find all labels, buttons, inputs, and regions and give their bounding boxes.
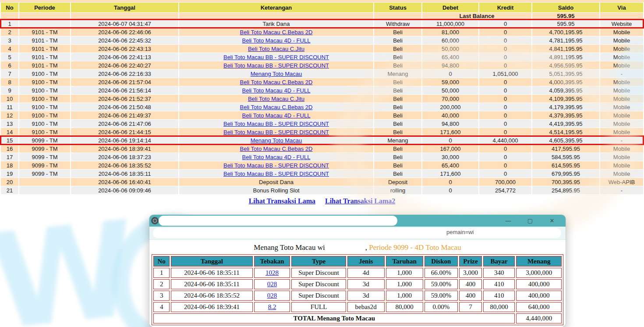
cell-no: 16 <box>1 145 18 153</box>
keterangan-link[interactable]: Beli Toto Macau 4D - FULL <box>242 154 311 160</box>
tebakan-link[interactable]: 028 <box>267 281 277 288</box>
bet-column-header-menang: Menang <box>516 256 562 267</box>
cell-no: 14 <box>1 128 18 136</box>
cell-debet: 40,000 <box>422 111 478 119</box>
keterangan-link[interactable]: Beli Toto Macau BB - SUPER DISCOUNT <box>223 62 329 69</box>
table-row: 12024-06-07 04:31:47Tarik DanaWithdraw11… <box>1 20 643 28</box>
old-transactions-link[interactable]: Lihat Transaksi Lama <box>249 197 315 205</box>
cell-tanggal: 2024-06-06 18:35:11 <box>71 170 178 178</box>
bet-cell-tanggal: 2024-06-06 18:39:41 <box>171 302 252 312</box>
cell-kredit: 0 <box>479 120 531 128</box>
cell-tanggal: 2024-06-06 21:47:06 <box>71 120 178 128</box>
keterangan-link[interactable]: Menang Toto Macau <box>251 137 302 144</box>
cell-keterangan: Menang Toto Macau <box>179 136 373 144</box>
bet-cell-diskon: 59.00% <box>425 279 458 289</box>
transactions-body: Last Balance 595.95 12024-06-07 04:31:47… <box>1 13 643 194</box>
winning-bets-table: NoTanggalTebakanTypeJenisTaruhanDiskonPr… <box>152 254 563 325</box>
bet-cell-bayar: 410 <box>483 291 515 301</box>
column-header-keterangan: Keterangan <box>179 3 373 12</box>
bets-total-row: TOTAL Menang Toto Macau 4,440,000 <box>153 313 562 323</box>
keterangan-link[interactable]: Beli Toto Macau C.Bebas 2D <box>240 79 313 85</box>
cell-status: Withdraw <box>374 20 421 28</box>
bet-cell-menang: 640,000 <box>516 302 562 312</box>
cell-tanggal: 2024-06-06 09:09:46 <box>71 186 178 194</box>
keterangan-link[interactable]: Beli Toto Macau C.Bebas 2D <box>240 146 313 152</box>
column-header-no: No <box>1 3 18 12</box>
cell-no: 6 <box>1 61 18 69</box>
cell-periode: 9100 - TM <box>19 111 70 119</box>
cell-status: Beli <box>374 28 421 36</box>
maximize-icon[interactable]: ▢ <box>519 215 541 227</box>
tebakan-link[interactable]: 028 <box>267 292 277 299</box>
keterangan-link[interactable]: Beli Toto Macau C.Bebas 2D <box>240 29 313 36</box>
cell-kredit: 0 <box>479 36 531 44</box>
cell-status: Beli <box>374 145 421 153</box>
table-row: 202024-06-06 16:40:41Deposit DanaDeposit… <box>1 178 643 186</box>
keterangan-link[interactable]: Beli Toto Macau BB - SUPER DISCOUNT <box>223 54 329 60</box>
cell-kredit: 0 <box>479 86 531 94</box>
cell-tanggal: 2024-06-06 22:41:13 <box>71 53 178 61</box>
cell-periode <box>19 20 70 28</box>
keterangan-link[interactable]: Beli Toto Macau 4D - FULL <box>242 37 311 44</box>
cell-periode: 9100 - TM <box>19 86 70 94</box>
bet-cell-tebakan: 1028 <box>254 268 290 278</box>
tebakan-link[interactable]: 1028 <box>265 269 279 276</box>
keterangan-link[interactable]: Beli Toto Macau BB - SUPER DISCOUNT <box>223 171 329 177</box>
bet-cell-prize: 7 <box>459 302 482 312</box>
cell-saldo: 4,419,395.95 <box>532 120 599 128</box>
cell-keterangan: Beli Toto Macau C.Bebas 2D <box>179 78 373 86</box>
bet-cell-type: Super Discount <box>291 279 346 289</box>
keterangan-link[interactable]: Beli Toto Macau C.Jitu <box>248 96 304 102</box>
table-row: 79100 - TM2024-06-06 22:16:33Menang Toto… <box>1 70 643 78</box>
cell-periode <box>19 186 70 194</box>
cell-via: Website <box>600 20 643 28</box>
keterangan-link[interactable]: Beli Toto Macau BB - SUPER DISCOUNT <box>223 129 329 135</box>
column-header-debet: Debet <box>422 3 478 12</box>
column-header-via: Via <box>600 3 643 12</box>
close-icon[interactable]: ✕ <box>541 215 563 227</box>
cell-status: Beli <box>374 78 421 86</box>
table-row: 89100 - TM2024-06-06 21:57:04Beli Toto M… <box>1 78 643 86</box>
keterangan-link[interactable]: Beli Toto Macau C.Bebas 2D <box>240 104 313 110</box>
keterangan-link[interactable]: Beli Toto Macau BB - SUPER DISCOUNT <box>223 121 329 127</box>
bet-cell-bayar: 410 <box>483 279 515 289</box>
cell-debet: 0 <box>422 178 478 186</box>
keterangan-link[interactable]: Beli Toto Macau 4D - FULL <box>242 87 311 94</box>
bet-cell-prize: 3,000 <box>459 268 482 278</box>
footer-links: Lihat Transaksi LamaLihat Transaksi Lama… <box>0 197 644 205</box>
minimize-icon[interactable]: — <box>497 215 519 227</box>
cell-status: Beli <box>374 45 421 53</box>
keterangan-link[interactable]: Beli Toto Macau BB - SUPER DISCOUNT <box>223 162 329 169</box>
keterangan-link[interactable]: Beli Toto Macau 4D - FULL <box>242 112 311 119</box>
address-field[interactable] <box>153 228 561 238</box>
old-transactions-link[interactable]: Lihat Transaksi Lama2 <box>325 197 395 205</box>
cell-status: Deposit <box>374 178 421 186</box>
bet-row: 42024-06-06 18:39:418.2FULLbebas2d80,000… <box>153 302 562 312</box>
cell-kredit: 0 <box>479 161 531 169</box>
bet-cell-no: 1 <box>153 268 170 278</box>
cell-debet: 94,800 <box>422 61 478 69</box>
cell-saldo: 4,781,195.95 <box>532 36 599 44</box>
table-row: 39101 - TM2024-06-06 22:45:32Beli Toto M… <box>1 36 643 44</box>
cell-kredit: 0 <box>479 78 531 86</box>
bet-cell-diskon: 59.00% <box>425 291 458 301</box>
cell-tanggal: 2024-06-07 04:31:47 <box>71 20 178 28</box>
last-balance-value: 595.95 <box>532 13 599 19</box>
cell-debet: 167,000 <box>422 145 478 153</box>
bet-cell-menang: 3,000,000 <box>516 268 562 278</box>
cell-status: rolling <box>374 186 421 194</box>
keterangan-link[interactable]: Beli Toto Macau C.Jitu <box>248 46 304 52</box>
browser-tab-censored[interactable] <box>159 216 397 226</box>
cell-via: Mobile <box>600 153 643 161</box>
table-row: 49101 - TM2024-06-06 22:43:13Beli Toto M… <box>1 45 643 53</box>
page: W NoPeriodeTanggalKeteranganStatusDebetK… <box>0 0 644 327</box>
popup-titlebar[interactable]: — ▢ ✕ <box>149 215 566 227</box>
keterangan-link[interactable]: Menang Toto Macau <box>251 71 302 77</box>
table-row: 149100 - TM2024-06-06 21:44:15Beli Toto … <box>1 128 643 136</box>
bet-cell-menang: 400,000 <box>516 291 562 301</box>
tebakan-link[interactable]: 8.2 <box>268 303 276 310</box>
cell-debet: 30,000 <box>422 153 478 161</box>
table-row: 212024-06-06 09:09:46Bonus Rolling Slotr… <box>1 186 643 194</box>
bet-row: 32024-06-06 18:35:52028Super Discount3d1… <box>153 291 562 301</box>
last-balance-label: Last Balance <box>422 13 531 19</box>
